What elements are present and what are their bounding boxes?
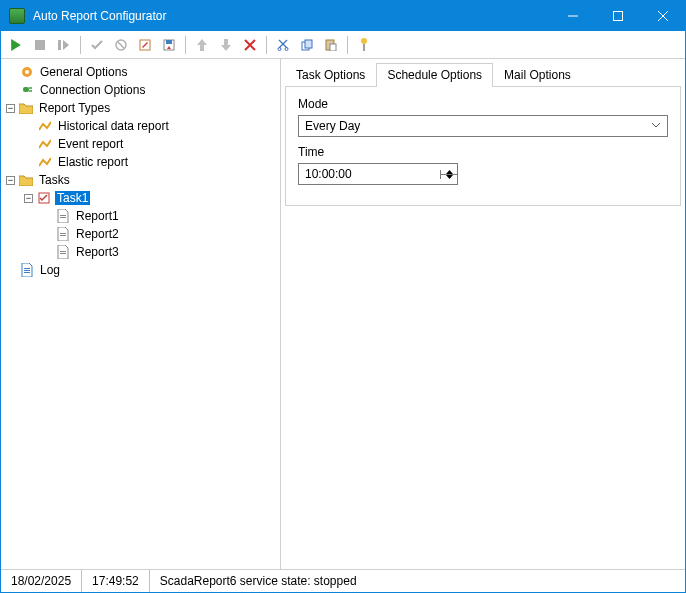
mode-value: Every Day bbox=[305, 119, 360, 133]
svg-rect-0 bbox=[613, 12, 622, 21]
tree-item-historical-report[interactable]: Historical data report bbox=[3, 117, 278, 135]
tree-label: Report Types bbox=[37, 101, 112, 115]
cancel-button[interactable] bbox=[110, 34, 132, 56]
move-down-button[interactable] bbox=[215, 34, 237, 56]
content: General Options Connection Options − Rep… bbox=[1, 59, 685, 570]
tree-item-report2[interactable]: Report2 bbox=[3, 225, 278, 243]
move-up-button[interactable] bbox=[191, 34, 213, 56]
time-group: Time 10:00:00 bbox=[298, 145, 668, 185]
spin-down-button[interactable] bbox=[441, 174, 457, 179]
maximize-button[interactable] bbox=[595, 1, 640, 31]
tab-mail-options[interactable]: Mail Options bbox=[493, 63, 582, 87]
svg-rect-1 bbox=[35, 40, 45, 50]
svg-point-16 bbox=[25, 70, 29, 74]
status-date: 18/02/2025 bbox=[1, 570, 82, 592]
save-button[interactable] bbox=[158, 34, 180, 56]
tree-panel[interactable]: General Options Connection Options − Rep… bbox=[1, 59, 281, 569]
tree-item-report-types[interactable]: − Report Types bbox=[3, 99, 278, 117]
paste-button[interactable] bbox=[320, 34, 342, 56]
tree-item-task1[interactable]: − Task1 bbox=[3, 189, 278, 207]
svg-point-8 bbox=[285, 47, 288, 50]
mode-label: Mode bbox=[298, 97, 668, 111]
time-value: 10:00:00 bbox=[299, 167, 440, 181]
collapse-icon[interactable]: − bbox=[6, 104, 15, 113]
report-icon bbox=[37, 136, 53, 152]
svg-rect-27 bbox=[24, 272, 30, 273]
svg-rect-26 bbox=[24, 270, 30, 271]
folder-icon bbox=[18, 172, 34, 188]
statusbar: 18/02/2025 17:49:52 ScadaReport6 service… bbox=[1, 570, 685, 592]
svg-rect-17 bbox=[23, 87, 29, 92]
task-icon bbox=[36, 190, 52, 206]
tree-label: General Options bbox=[38, 65, 129, 79]
plug-icon bbox=[19, 82, 35, 98]
toolbar-separator bbox=[347, 36, 348, 54]
accept-button[interactable] bbox=[86, 34, 108, 56]
svg-rect-14 bbox=[363, 44, 365, 51]
svg-point-13 bbox=[361, 38, 367, 44]
window-title: Auto Report Configurator bbox=[33, 9, 550, 23]
tree-label: Log bbox=[38, 263, 62, 277]
svg-rect-21 bbox=[60, 233, 66, 234]
tree-item-general-options[interactable]: General Options bbox=[3, 63, 278, 81]
tree-label: Task1 bbox=[55, 191, 90, 205]
svg-rect-25 bbox=[24, 268, 30, 269]
svg-rect-23 bbox=[60, 251, 66, 252]
document-icon bbox=[55, 244, 71, 260]
toolbar bbox=[1, 31, 685, 59]
tree-label: Elastic report bbox=[56, 155, 130, 169]
window-buttons bbox=[550, 1, 685, 31]
tab-task-options[interactable]: Task Options bbox=[285, 63, 376, 87]
document-icon bbox=[55, 208, 71, 224]
tree-item-log[interactable]: Log bbox=[3, 261, 278, 279]
app-icon bbox=[9, 8, 25, 24]
delete-button[interactable] bbox=[239, 34, 261, 56]
svg-rect-19 bbox=[60, 215, 66, 216]
svg-rect-2 bbox=[58, 40, 61, 50]
toolbar-separator bbox=[80, 36, 81, 54]
svg-rect-12 bbox=[330, 44, 336, 51]
svg-rect-6 bbox=[166, 40, 172, 44]
tab-body: Mode Every Day Time 10:00:00 bbox=[285, 87, 681, 206]
status-service: ScadaReport6 service state: stopped bbox=[150, 570, 685, 592]
close-button[interactable] bbox=[640, 1, 685, 31]
step-button[interactable] bbox=[53, 34, 75, 56]
stop-button[interactable] bbox=[29, 34, 51, 56]
tree-item-tasks[interactable]: − Tasks bbox=[3, 171, 278, 189]
time-label: Time bbox=[298, 145, 668, 159]
cut-button[interactable] bbox=[272, 34, 294, 56]
svg-rect-10 bbox=[305, 40, 312, 48]
status-time: 17:49:52 bbox=[82, 570, 150, 592]
tab-schedule-options[interactable]: Schedule Options bbox=[376, 63, 493, 87]
details-panel: Task Options Schedule Options Mail Optio… bbox=[281, 59, 685, 569]
svg-rect-20 bbox=[60, 217, 66, 218]
svg-point-7 bbox=[278, 47, 281, 50]
tree-label: Report3 bbox=[74, 245, 121, 259]
tree-item-report1[interactable]: Report1 bbox=[3, 207, 278, 225]
copy-button[interactable] bbox=[296, 34, 318, 56]
minimize-button[interactable] bbox=[550, 1, 595, 31]
collapse-icon[interactable]: − bbox=[24, 194, 33, 203]
edit-button[interactable] bbox=[134, 34, 156, 56]
report-icon bbox=[37, 154, 53, 170]
svg-rect-22 bbox=[60, 235, 66, 236]
tree-label: Tasks bbox=[37, 173, 72, 187]
toolbar-separator bbox=[185, 36, 186, 54]
collapse-icon[interactable]: − bbox=[6, 176, 15, 185]
tree-item-connection-options[interactable]: Connection Options bbox=[3, 81, 278, 99]
tree-item-report3[interactable]: Report3 bbox=[3, 243, 278, 261]
log-icon bbox=[19, 262, 35, 278]
time-spinner[interactable]: 10:00:00 bbox=[298, 163, 458, 185]
tree-label: Report2 bbox=[74, 227, 121, 241]
help-button[interactable] bbox=[353, 34, 375, 56]
run-button[interactable] bbox=[5, 34, 27, 56]
chevron-down-icon bbox=[651, 120, 661, 130]
tree-item-elastic-report[interactable]: Elastic report bbox=[3, 153, 278, 171]
svg-rect-24 bbox=[60, 253, 66, 254]
document-icon bbox=[55, 226, 71, 242]
tabs: Task Options Schedule Options Mail Optio… bbox=[285, 63, 681, 87]
report-icon bbox=[37, 118, 53, 134]
tree-item-event-report[interactable]: Event report bbox=[3, 135, 278, 153]
mode-dropdown[interactable]: Every Day bbox=[298, 115, 668, 137]
toolbar-separator bbox=[266, 36, 267, 54]
